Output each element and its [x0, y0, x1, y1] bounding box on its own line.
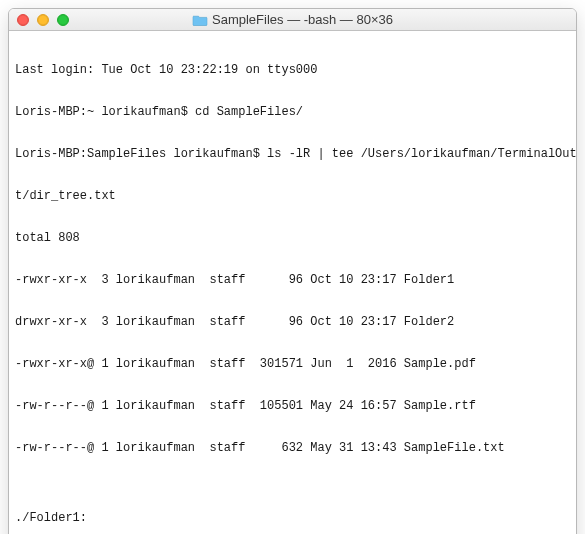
terminal-line: Loris-MBP:~ lorikaufman$ cd SampleFiles/ — [15, 105, 570, 119]
terminal-content[interactable]: Last login: Tue Oct 10 23:22:19 on ttys0… — [9, 31, 576, 534]
traffic-lights — [17, 14, 69, 26]
title-center: SampleFiles — -bash — 80×36 — [192, 12, 393, 27]
terminal-window: SampleFiles — -bash — 80×36 Last login: … — [8, 8, 577, 534]
minimize-button[interactable] — [37, 14, 49, 26]
maximize-button[interactable] — [57, 14, 69, 26]
window-title: SampleFiles — -bash — 80×36 — [212, 12, 393, 27]
terminal-line: -rw-r--r--@ 1 lorikaufman staff 105501 M… — [15, 399, 570, 413]
terminal-line: Last login: Tue Oct 10 23:22:19 on ttys0… — [15, 63, 570, 77]
terminal-line: Loris-MBP:SampleFiles lorikaufman$ ls -l… — [15, 147, 570, 161]
terminal-line: total 808 — [15, 231, 570, 245]
title-bar[interactable]: SampleFiles — -bash — 80×36 — [9, 9, 576, 31]
close-button[interactable] — [17, 14, 29, 26]
terminal-line: -rwxr-xr-x@ 1 lorikaufman staff 301571 J… — [15, 357, 570, 371]
folder-icon — [192, 14, 207, 26]
terminal-line: drwxr-xr-x 3 lorikaufman staff 96 Oct 10… — [15, 315, 570, 329]
terminal-line: t/dir_tree.txt — [15, 189, 570, 203]
terminal-line: -rwxr-xr-x 3 lorikaufman staff 96 Oct 10… — [15, 273, 570, 287]
terminal-line: ./Folder1: — [15, 511, 570, 525]
terminal-line: -rw-r--r--@ 1 lorikaufman staff 632 May … — [15, 441, 570, 455]
